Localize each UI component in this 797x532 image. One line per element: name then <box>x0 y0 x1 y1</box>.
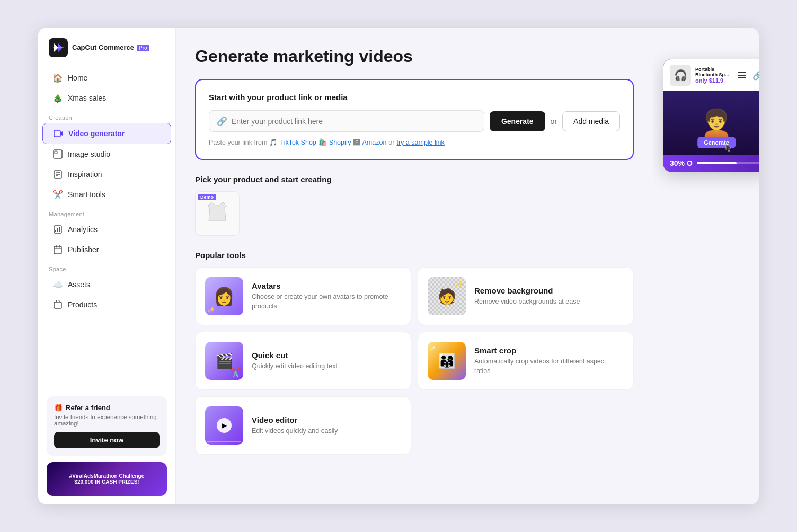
sidebar-item-publisher-label: Publisher <box>68 245 99 254</box>
tool-card-remove-background[interactable]: 🧑 ✨ Remove background Remove video backg… <box>418 267 634 325</box>
refer-icon: 🎁 <box>54 404 63 412</box>
tool-thumb-avatars: 👩 ✨ <box>205 277 243 315</box>
svg-rect-10 <box>55 230 56 232</box>
generate-button[interactable]: Generate <box>490 111 545 131</box>
tools-grid: 👩 ✨ Avatars Choose or create your own av… <box>195 267 634 455</box>
amazon-link[interactable]: Amazon <box>362 139 387 146</box>
link-input-wrap[interactable]: 🔗 <box>209 110 484 132</box>
popular-tools-title: Popular tools <box>195 251 634 260</box>
add-media-button[interactable]: Add media <box>562 111 620 131</box>
tool-thumb-smart-crop: 👨‍👩‍👧 ↗ <box>428 342 466 380</box>
pick-product-title: Pick your product and start creating <box>195 175 634 184</box>
sidebar-item-smart-tools[interactable]: ✂️ Smart tools <box>42 184 171 205</box>
space-section-label: Space <box>38 260 175 274</box>
promo-hashtag: #ViralAdsMarathon Challenge <box>69 473 145 479</box>
product-link-subtitle: Start with your product link or media <box>209 93 620 102</box>
tool-info-quick-cut: Quick cut Quickly edit video editing tex… <box>252 351 401 371</box>
crop-people-icon: 👨‍👩‍👧 <box>438 352 456 370</box>
sidebar-item-video-generator[interactable]: Video generator <box>42 123 171 144</box>
logo-area: CapCut Commerce Pro <box>38 38 175 68</box>
preview-sale-bar: 30% O <box>663 155 759 172</box>
svg-rect-11 <box>57 228 58 232</box>
preview-product-info: Portable Bluetooth Sp... only $11.9 <box>695 67 731 84</box>
management-section-label: Management <box>38 205 175 219</box>
product-card-shirt[interactable]: Demo <box>195 191 240 236</box>
sidebar-item-publisher[interactable]: Publisher <box>42 240 171 260</box>
timeline-bar <box>207 441 241 442</box>
tool-info-smart-crop: Smart crop Automatically crop videos for… <box>474 346 624 376</box>
tool-name-smart-crop: Smart crop <box>474 346 624 355</box>
home-icon: 🏠 <box>53 73 63 83</box>
smart-tools-icon: ✂️ <box>53 190 63 199</box>
tool-card-video-editor[interactable]: ▶ Video editor Edit videos quickly and e… <box>195 396 411 455</box>
play-button-icon: ▶ <box>217 418 232 433</box>
avatar-illustration: 👩 <box>214 286 235 306</box>
svg-rect-13 <box>54 246 61 254</box>
cut-icon: 🎬 <box>215 352 234 370</box>
page-title: Generate marketing videos <box>195 47 634 66</box>
sidebar-item-image-studio[interactable]: Image studio <box>42 144 171 164</box>
right-preview-panel: 🎧 Portable Bluetooth Sp... only $11.9 🔗 … <box>653 28 759 504</box>
or-text: or <box>551 117 557 126</box>
refer-title: 🎁 Refer a friend <box>54 404 160 412</box>
tool-name-remove-background: Remove background <box>474 286 624 295</box>
sidebar: CapCut Commerce Pro 🏠 Home 🎄 Xmas sales … <box>38 28 176 504</box>
tool-name-quick-cut: Quick cut <box>252 351 401 360</box>
sidebar-item-products[interactable]: Products <box>42 295 171 315</box>
tool-info-video-editor: Video editor Edit videos quickly and eas… <box>252 415 401 436</box>
remove-bg-person: 🧑 <box>438 288 456 305</box>
tool-card-smart-crop[interactable]: 👨‍👩‍👧 ↗ Smart crop Automatically crop vi… <box>418 332 634 390</box>
sparkle-icon: ✨ <box>455 279 464 288</box>
sidebar-item-xmas[interactable]: 🎄 Xmas sales <box>42 88 171 108</box>
svg-rect-1 <box>53 47 64 48</box>
demo-badge: Demo <box>198 194 216 200</box>
tool-desc-remove-background: Remove video backgrounds at ease <box>474 297 624 307</box>
tool-thumb-remove-bg: 🧑 ✨ <box>428 277 466 315</box>
svg-rect-12 <box>59 227 60 232</box>
publisher-icon <box>53 245 63 254</box>
sidebar-bottom: 🎁 Refer a friend Invite friends to exper… <box>38 388 175 504</box>
preview-product-price: only $11.9 <box>695 77 731 84</box>
try-sample-link[interactable]: try a sample link <box>396 139 444 146</box>
sidebar-item-inspiration[interactable]: Inspiration <box>42 164 171 184</box>
tool-name-video-editor: Video editor <box>252 415 401 424</box>
sidebar-item-video-generator-label: Video generator <box>68 129 125 138</box>
assets-icon: ☁️ <box>53 280 63 289</box>
svg-rect-4 <box>55 151 57 154</box>
preview-product-name: Portable Bluetooth Sp... <box>695 67 731 77</box>
tool-desc-quick-cut: Quickly edit video editing text <box>252 362 401 371</box>
cursor-indicator <box>725 143 732 153</box>
sidebar-item-analytics-label: Analytics <box>68 225 98 234</box>
preview-video-area: 🧑‍🦱 ✦ ✦ Generate <box>663 91 759 155</box>
analytics-icon <box>53 225 63 234</box>
tool-thumb-video-editor: ▶ <box>205 406 243 445</box>
refer-card: 🎁 Refer a friend Invite friends to exper… <box>47 396 167 456</box>
sidebar-item-home-label: Home <box>68 74 87 82</box>
shopify-link[interactable]: Shopify <box>329 139 351 146</box>
crop-arrow-icon: ↗ <box>430 344 436 352</box>
sale-progress-bar <box>697 162 759 164</box>
tool-info-remove-background: Remove background Remove video backgroun… <box>474 286 624 307</box>
input-row: 🔗 Generate or Add media <box>209 110 620 132</box>
tool-card-quick-cut[interactable]: 🎬 ✂️ Quick cut Quickly edit video editin… <box>195 332 411 390</box>
tool-desc-smart-crop: Automatically crop videos for different … <box>474 357 624 376</box>
tool-desc-avatars: Choose or create your own avatars to pro… <box>252 292 401 311</box>
invite-button[interactable]: Invite now <box>54 432 160 448</box>
creation-section-label: Creation <box>38 108 175 123</box>
tool-card-avatars[interactable]: 👩 ✨ Avatars Choose or create your own av… <box>195 267 411 325</box>
sidebar-item-assets[interactable]: ☁️ Assets <box>42 274 171 295</box>
sidebar-item-analytics[interactable]: Analytics <box>42 219 171 240</box>
svg-rect-2 <box>54 130 60 137</box>
tiktokshop-link[interactable]: TikTok Shop <box>280 139 316 146</box>
main-content: Generate marketing videos Start with you… <box>176 28 653 504</box>
sidebar-item-home[interactable]: 🏠 Home <box>42 68 171 88</box>
product-link-input[interactable] <box>232 117 476 126</box>
preview-link-icon: 🔗 <box>752 70 759 81</box>
scissors-icon: ✂️ <box>231 368 241 378</box>
tool-desc-video-editor: Edit videos quickly and easily <box>252 427 401 436</box>
promo-banner[interactable]: #ViralAdsMarathon Challenge $20,000 IN C… <box>47 462 167 496</box>
svg-rect-17 <box>54 302 61 308</box>
sidebar-item-inspiration-label: Inspiration <box>68 170 102 179</box>
sidebar-item-assets-label: Assets <box>68 280 90 289</box>
product-link-card: Start with your product link or media 🔗 … <box>195 79 634 160</box>
